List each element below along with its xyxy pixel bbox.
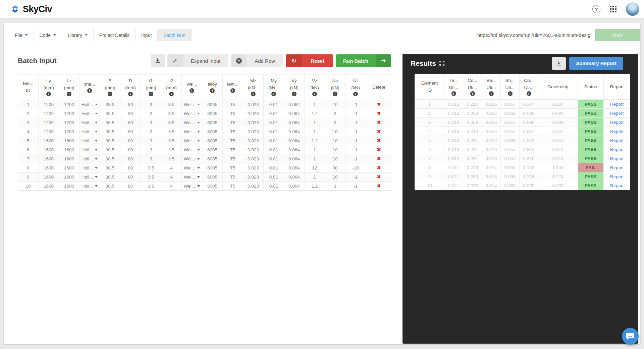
cell-my[interactable]: 0.01 [264,100,284,109]
cell-shape[interactable]: Holl... [79,127,100,136]
cell-d[interactable]: 80 [120,172,141,182]
summary-report-button[interactable]: Summary Report [569,57,623,70]
cell-element_id[interactable]: 3 [18,118,39,127]
cell-t1[interactable]: 3 [141,118,161,127]
cell-weld[interactable]: Wel... [182,118,202,127]
cell-nc[interactable]: 10 [325,145,345,154]
cell-shape-dropdown[interactable]: Holl... [82,174,98,180]
cell-weld[interactable]: Wel... [182,154,202,163]
cell-lz[interactable]: 1200 [59,127,79,136]
cell-shape[interactable]: Holl... [79,109,100,118]
cell-b[interactable]: 38.5 [100,118,120,127]
cell-my[interactable]: 0.01 [264,154,284,163]
cell-vz[interactable]: 1 [305,172,325,182]
cell-lz[interactable]: 1600 [59,163,79,172]
cell-shape[interactable]: Holl... [79,118,100,127]
cell-d[interactable]: 80 [120,163,141,172]
cell-element_id[interactable]: 6 [18,145,39,154]
cell-my[interactable]: 0.01 [264,182,284,191]
cell-t2[interactable]: 3.5 [161,145,182,154]
info-icon[interactable]: i [353,92,358,96]
cell-alloy[interactable]: 6005 [202,172,223,182]
cell-alloy[interactable]: 6005 [202,118,223,127]
cell-weld[interactable]: Wel... [182,136,202,145]
cell-mz[interactable]: 0.023 [243,118,264,127]
cell-t2[interactable]: 3.5 [161,109,182,118]
cell-b[interactable]: 38.5 [100,109,120,118]
info-icon[interactable]: i [190,88,194,93]
cell-mz[interactable]: 0.023 [243,136,264,145]
cell-element_id[interactable]: 9 [18,172,39,182]
cell-vy[interactable]: 0.064 [284,145,305,154]
info-icon[interactable]: i [108,92,112,96]
cell-my[interactable]: 0.01 [264,163,284,172]
cell-lz[interactable]: 1600 [59,154,79,163]
download-results-button[interactable] [552,57,566,70]
cell-vz[interactable]: 12 [305,163,325,172]
cell-ly[interactable]: 1600 [39,136,59,145]
cell-mz[interactable]: 0.023 [243,163,264,172]
cell-alloy[interactable]: 6005 [202,100,223,109]
cell-t2[interactable]: 4 [161,163,182,172]
cell-b[interactable]: 38.5 [100,154,120,163]
cell-weld-dropdown[interactable]: Wel... [184,174,200,180]
cell-weld-dropdown[interactable]: Wel... [184,129,200,134]
cell-vy[interactable]: 0.064 [284,154,305,163]
cell-shape-dropdown[interactable]: Holl... [82,165,98,170]
info-icon[interactable]: i [251,92,256,96]
cell-d[interactable]: 80 [120,109,141,118]
cell-my[interactable]: 0.01 [264,118,284,127]
cell-shape-dropdown[interactable]: Holl... [82,156,98,161]
info-icon[interactable]: i [333,92,337,96]
cell-alloy[interactable]: 6005 [202,145,223,154]
cell-nc[interactable]: 30 [325,163,345,172]
cell-my[interactable]: 0.01 [264,172,284,182]
info-icon[interactable]: i [46,92,51,96]
report-link[interactable]: Report [610,138,624,143]
cell-weld-dropdown[interactable]: Wel... [184,156,200,161]
cell-nt[interactable]: -1 [345,172,366,182]
info-icon[interactable]: i [128,92,133,96]
cell-nt[interactable]: -1 [345,100,366,109]
cell-mz[interactable]: 0.023 [243,182,264,191]
cell-my[interactable]: 0.01 [264,109,284,118]
run-button[interactable]: Run [595,29,640,41]
cell-ly[interactable]: 1600 [39,163,59,172]
report-link[interactable]: Report [610,102,624,107]
cell-nt[interactable]: -1 [345,118,366,127]
cell-t2[interactable]: 4 [161,182,182,191]
cell-weld[interactable]: Wel... [182,145,202,154]
cell-shape-dropdown[interactable]: Holl... [82,184,98,189]
cell-alloy[interactable]: 6005 [202,154,223,163]
cell-lz[interactable]: 1200 [59,118,79,127]
report-link[interactable]: Report [610,111,624,116]
cell-nt[interactable]: -1 [345,127,366,136]
cell-my[interactable]: 0.01 [264,145,284,154]
cell-t1[interactable]: 3 [141,127,161,136]
info-icon[interactable]: i [292,92,297,96]
cell-shape[interactable]: Holl... [79,163,100,172]
cell-mz[interactable]: 0.023 [243,100,264,109]
cell-lz[interactable]: 1600 [59,136,79,145]
cell-vz[interactable]: 1.2 [305,136,325,145]
cell-vz[interactable]: 1.2 [305,182,325,191]
cell-alloy[interactable]: 6005 [202,127,223,136]
cell-my[interactable]: 0.01 [264,136,284,145]
tab-project-details[interactable]: Project Details [94,29,136,41]
cell-lz[interactable]: 1600 [59,145,79,154]
cell-b[interactable]: 38.5 [100,136,120,145]
cell-b[interactable]: 38.5 [100,172,120,182]
cell-mz[interactable]: 0.023 [243,145,264,154]
run-url-input[interactable] [477,29,595,41]
cell-t2[interactable]: 3.5 [161,154,182,163]
cell-element_id[interactable]: 5 [18,136,39,145]
cell-nt[interactable]: -1 [345,136,366,145]
cell-ly[interactable]: 1200 [39,100,59,109]
cell-d[interactable]: 80 [120,182,141,191]
cell-shape[interactable]: Holl... [79,182,100,191]
cell-temper[interactable]: T5 [223,127,243,136]
cell-shape[interactable]: Holl... [79,154,100,163]
cell-element_id[interactable]: 7 [18,154,39,163]
cell-vy[interactable]: 0.064 [284,109,305,118]
cell-t1[interactable]: 3 [141,145,161,154]
